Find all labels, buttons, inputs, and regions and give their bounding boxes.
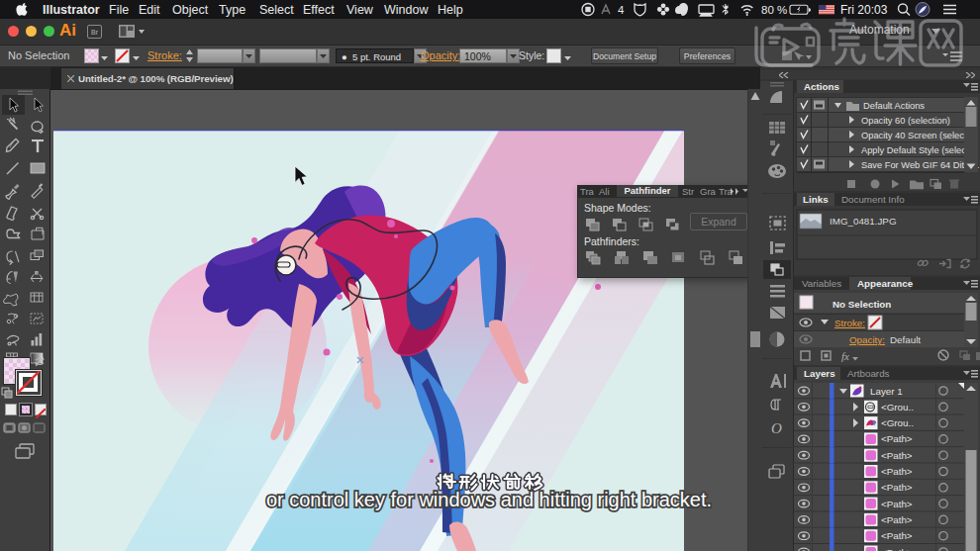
svg-text:Actions: Actions bbox=[804, 81, 839, 92]
svg-text:Apply Default Style (select...: Apply Default Style (select... bbox=[861, 145, 976, 155]
svg-text:Stroke:: Stroke: bbox=[834, 318, 865, 328]
svg-text:Layers: Layers bbox=[804, 368, 835, 379]
svg-text:<Path>: <Path> bbox=[881, 450, 913, 461]
svg-text:or control key for windows and: or control key for windows and hitting r… bbox=[266, 489, 712, 510]
svg-text:Save For Web GIF 64 Dithe..: Save For Web GIF 64 Dithe.. bbox=[861, 160, 980, 170]
svg-text:<Path>: <Path> bbox=[881, 530, 913, 541]
svg-text:80 %: 80 % bbox=[761, 4, 787, 16]
svg-text:O: O bbox=[771, 420, 782, 436]
svg-text:<Grou..: <Grou.. bbox=[881, 402, 914, 413]
svg-text:Opacity 60 (selection): Opacity 60 (selection) bbox=[861, 116, 950, 126]
svg-text:<Path>: <Path> bbox=[881, 499, 913, 509]
svg-text:Document Info: Document Info bbox=[841, 194, 905, 205]
svg-text:Default Actions: Default Actions bbox=[863, 101, 925, 111]
svg-text:Links: Links bbox=[803, 194, 829, 205]
svg-text:<Path>: <Path> bbox=[881, 514, 913, 525]
svg-text:<Path>: <Path> bbox=[881, 547, 913, 551]
svg-text:IMG_0481.JPG: IMG_0481.JPG bbox=[830, 216, 897, 227]
svg-text:Artboards: Artboards bbox=[847, 368, 890, 379]
svg-text:<Path>: <Path> bbox=[881, 466, 913, 477]
svg-text:4: 4 bbox=[618, 4, 625, 16]
svg-text:Default: Default bbox=[890, 334, 921, 345]
svg-text:Opacity:: Opacity: bbox=[849, 334, 885, 345]
svg-text:<Path>: <Path> bbox=[881, 433, 913, 444]
svg-text:fx: fx bbox=[841, 350, 849, 362]
svg-text:Opacity 40 Screen (selecti...: Opacity 40 Screen (selecti... bbox=[861, 131, 976, 140]
svg-text:Fri 20:03: Fri 20:03 bbox=[840, 3, 888, 17]
svg-text:No Selection: No Selection bbox=[833, 299, 891, 310]
svg-text:Variables: Variables bbox=[802, 278, 841, 289]
svg-text:Layer 1: Layer 1 bbox=[870, 386, 903, 397]
svg-text:<Grou..: <Grou.. bbox=[881, 417, 914, 428]
svg-text:Appearance: Appearance bbox=[857, 278, 914, 289]
svg-text:<Path>: <Path> bbox=[881, 482, 913, 493]
